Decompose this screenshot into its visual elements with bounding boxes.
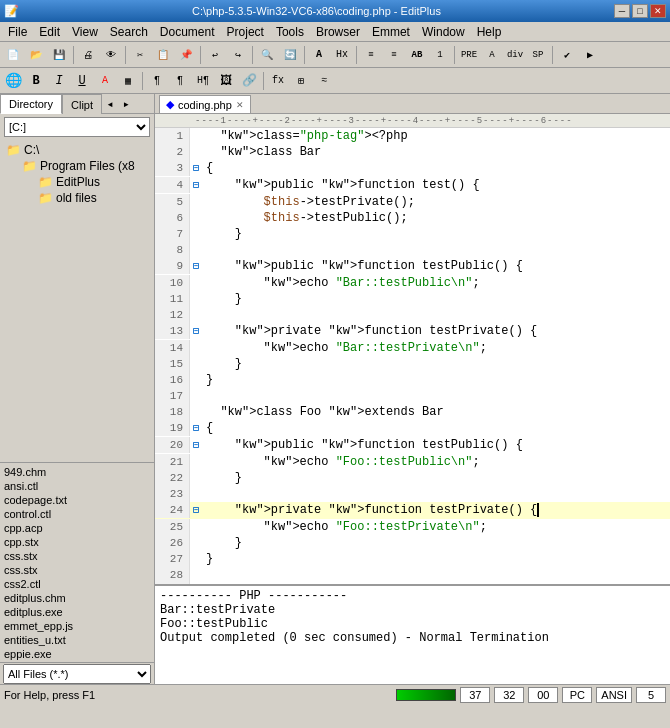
tb-html2[interactable]: A bbox=[481, 44, 503, 66]
code-content[interactable]: "kw">echo "Bar::testPrivate\n"; bbox=[202, 340, 487, 356]
minimize-button[interactable]: ─ bbox=[614, 4, 630, 18]
code-content[interactable]: } bbox=[202, 226, 242, 242]
file-item[interactable]: editplus.chm bbox=[2, 591, 152, 605]
tb-copy[interactable]: 📋 bbox=[152, 44, 174, 66]
file-item[interactable]: entities_u.txt bbox=[2, 633, 152, 647]
tb2-italic[interactable]: I bbox=[48, 70, 70, 92]
tab-left-arrow[interactable]: ◄ bbox=[102, 94, 118, 114]
tb-run[interactable]: ▶ bbox=[579, 44, 601, 66]
file-item[interactable]: control.ctl bbox=[2, 507, 152, 521]
menu-item-emmet[interactable]: Emmet bbox=[366, 22, 416, 41]
tb2-browser[interactable]: 🌐 bbox=[2, 70, 24, 92]
tree-item[interactable]: 📁Program Files (x8 bbox=[2, 158, 152, 174]
file-item[interactable]: css2.ctl bbox=[2, 577, 152, 591]
tb2-hl[interactable]: ▦ bbox=[117, 70, 139, 92]
tb2-p1[interactable]: ¶ bbox=[146, 70, 168, 92]
code-content[interactable]: "kw">echo "Foo::testPublic\n"; bbox=[202, 454, 480, 470]
tb-open[interactable]: 📂 bbox=[25, 44, 47, 66]
menu-item-browser[interactable]: Browser bbox=[310, 22, 366, 41]
code-content[interactable]: { bbox=[202, 420, 213, 436]
code-area[interactable]: 1 "kw">class="php-tag"><?php2 "kw">class… bbox=[155, 128, 670, 584]
code-content[interactable]: "kw">class Foo "kw">extends Bar bbox=[202, 404, 444, 420]
fold-marker[interactable]: ⊟ bbox=[190, 178, 202, 194]
tb-html3[interactable]: div bbox=[504, 44, 526, 66]
tab-right-arrow[interactable]: ► bbox=[118, 94, 134, 114]
tb2-fx[interactable]: fx bbox=[267, 70, 289, 92]
fold-marker[interactable]: ⊟ bbox=[190, 259, 202, 275]
code-content[interactable]: { bbox=[202, 160, 213, 176]
file-filter-select[interactable]: All Files (*.*) bbox=[3, 664, 151, 684]
drive-select[interactable]: [C:] bbox=[4, 117, 150, 137]
code-content[interactable]: "kw">public "kw">function test() { bbox=[202, 177, 480, 193]
code-content[interactable]: "kw">private "kw">function testPrivate()… bbox=[202, 502, 546, 518]
tb2-bold[interactable]: B bbox=[25, 70, 47, 92]
menu-item-edit[interactable]: Edit bbox=[33, 22, 66, 41]
file-item[interactable]: eppie.exe bbox=[2, 647, 152, 661]
code-content[interactable]: } bbox=[202, 470, 242, 486]
code-content[interactable]: } bbox=[202, 291, 242, 307]
tb2-emmet[interactable]: ≈ bbox=[313, 70, 335, 92]
file-item[interactable]: css.stx bbox=[2, 549, 152, 563]
code-content[interactable]: } bbox=[202, 372, 213, 388]
tb-new[interactable]: 📄 bbox=[2, 44, 24, 66]
file-item[interactable]: codepage.txt bbox=[2, 493, 152, 507]
code-content[interactable]: "kw">echo "Bar::testPublic\n"; bbox=[202, 275, 480, 291]
menu-item-help[interactable]: Help bbox=[471, 22, 508, 41]
tb-spell[interactable]: ✔ bbox=[556, 44, 578, 66]
tb-preview[interactable]: 👁 bbox=[100, 44, 122, 66]
tb-w2[interactable]: ≡ bbox=[383, 44, 405, 66]
code-content[interactable]: } bbox=[202, 551, 213, 567]
tb-paste[interactable]: 📌 bbox=[175, 44, 197, 66]
editor-tab-coding[interactable]: ◆ coding.php ✕ bbox=[159, 95, 251, 113]
code-content[interactable]: "kw">class="php-tag"><?php bbox=[202, 128, 408, 144]
tab-directory[interactable]: Directory bbox=[0, 94, 62, 114]
tb-font-size[interactable]: Hx bbox=[331, 44, 353, 66]
file-item[interactable]: editplus.exe bbox=[2, 605, 152, 619]
menu-item-search[interactable]: Search bbox=[104, 22, 154, 41]
tree-item[interactable]: 📁EditPlus bbox=[2, 174, 152, 190]
tb-w3[interactable]: AB bbox=[406, 44, 428, 66]
menu-item-window[interactable]: Window bbox=[416, 22, 471, 41]
tb-html4[interactable]: SP bbox=[527, 44, 549, 66]
tab-close-button[interactable]: ✕ bbox=[236, 100, 244, 110]
close-button[interactable]: ✕ bbox=[650, 4, 666, 18]
menu-item-document[interactable]: Document bbox=[154, 22, 221, 41]
menu-item-view[interactable]: View bbox=[66, 22, 104, 41]
tb-html1[interactable]: PRE bbox=[458, 44, 480, 66]
menu-item-file[interactable]: File bbox=[2, 22, 33, 41]
tb-w4[interactable]: 1 bbox=[429, 44, 451, 66]
code-content[interactable]: $myFoo = "kw">new foo(); bbox=[202, 583, 393, 584]
menu-item-project[interactable]: Project bbox=[221, 22, 270, 41]
tb-w1[interactable]: ≡ bbox=[360, 44, 382, 66]
tb2-link[interactable]: 🔗 bbox=[238, 70, 260, 92]
file-item[interactable]: cpp.stx bbox=[2, 535, 152, 549]
tb2-h[interactable]: H¶ bbox=[192, 70, 214, 92]
tree-item[interactable]: 📁old files bbox=[2, 190, 152, 206]
tb-print[interactable]: 🖨 bbox=[77, 44, 99, 66]
file-item[interactable]: cpp.acp bbox=[2, 521, 152, 535]
tb2-img[interactable]: 🖼 bbox=[215, 70, 237, 92]
tb-replace[interactable]: 🔄 bbox=[279, 44, 301, 66]
tb-font-bold[interactable]: A bbox=[308, 44, 330, 66]
code-content[interactable]: "kw">public "kw">function testPublic() { bbox=[202, 258, 523, 274]
code-content[interactable]: } bbox=[202, 535, 242, 551]
file-item[interactable]: 949.chm bbox=[2, 465, 152, 479]
fold-marker[interactable]: ⊟ bbox=[190, 438, 202, 454]
fold-marker[interactable]: ⊟ bbox=[190, 421, 202, 437]
tb-undo[interactable]: ↩ bbox=[204, 44, 226, 66]
tree-item[interactable]: 📁C:\ bbox=[2, 142, 152, 158]
code-content[interactable]: "kw">class Bar bbox=[202, 144, 321, 160]
tab-clipt[interactable]: Clipt bbox=[62, 94, 102, 114]
code-content[interactable]: } bbox=[202, 356, 242, 372]
fold-marker[interactable]: ⊟ bbox=[190, 324, 202, 340]
file-item[interactable]: ansi.ctl bbox=[2, 479, 152, 493]
code-content[interactable]: "kw">public "kw">function testPublic() { bbox=[202, 437, 523, 453]
fold-marker[interactable]: ⊟ bbox=[190, 161, 202, 177]
tb-cut[interactable]: ✂ bbox=[129, 44, 151, 66]
tb-save[interactable]: 💾 bbox=[48, 44, 70, 66]
file-item[interactable]: css.stx bbox=[2, 563, 152, 577]
tb2-tbl[interactable]: ⊞ bbox=[290, 70, 312, 92]
code-content[interactable]: $this->testPublic(); bbox=[202, 210, 408, 226]
code-content[interactable]: "kw">echo "Foo::testPrivate\n"; bbox=[202, 519, 487, 535]
tb-redo[interactable]: ↪ bbox=[227, 44, 249, 66]
